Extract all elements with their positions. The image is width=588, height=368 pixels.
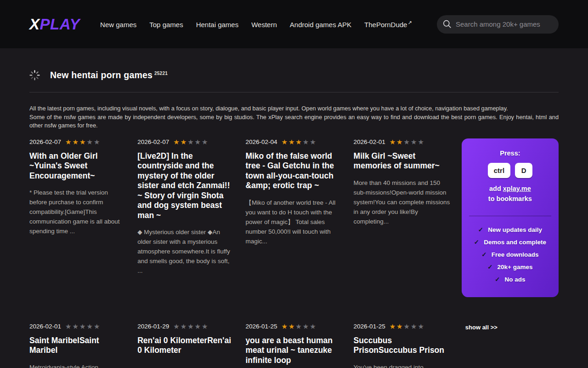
checkmark-icon: ✓ — [478, 226, 483, 233]
top-bar: XPLAY New games Top games Hentai games W… — [0, 0, 588, 48]
nav-item[interactable]: Top games — [149, 20, 183, 29]
nav-item-label: Hentai games — [196, 21, 239, 29]
game-card: 2026-01-25 ★★★★★ Succubus PrisonSuccubus… — [354, 323, 451, 368]
game-title-link[interactable]: Saint MaribelSaint Maribel — [29, 336, 126, 356]
star-icon: ★ — [418, 322, 424, 330]
promo-feature-item: ✓ 20k+ games — [487, 263, 532, 270]
promo-feature-label: Demos and complete — [484, 239, 546, 246]
star-rating: ★★★★★ — [390, 323, 425, 330]
game-card-meta: 2026-02-01 ★★★★★ — [29, 323, 126, 330]
star-icon: ★ — [65, 322, 72, 330]
intro-line-2: Some of the nsfw games are made by indep… — [29, 114, 559, 129]
checkmark-icon: ✓ — [474, 238, 479, 246]
checkmark-icon: ✓ — [487, 263, 492, 270]
search-bar[interactable] — [437, 15, 559, 34]
game-date: 2026-01-25 — [245, 323, 277, 330]
main-nav: New games Top games Hentai games Western… — [100, 20, 412, 29]
star-icon: ★ — [396, 322, 403, 330]
game-title-link[interactable]: [Live2D] In the countryside and the myst… — [137, 151, 234, 221]
search-input[interactable] — [456, 20, 553, 28]
game-title-link[interactable]: Miko of the false world tree - Gal Getch… — [245, 151, 342, 191]
star-icon: ★ — [173, 322, 180, 330]
logo-part-x: X — [29, 16, 40, 33]
star-icon: ★ — [173, 138, 180, 146]
game-card-meta: 2026-01-25 ★★★★★ — [354, 323, 451, 330]
logo-part-play: PLAY — [40, 16, 80, 33]
game-title-link[interactable]: you are a beast human meat urinal ~ tane… — [245, 336, 342, 366]
promo-feature-label: Free downloads — [492, 251, 539, 258]
game-date: 2026-02-07 — [137, 138, 169, 145]
star-icon: ★ — [411, 138, 418, 146]
star-icon: ★ — [303, 138, 310, 146]
promo-feature-list: ✓ New updates daily ✓ Demos and complete… — [469, 226, 551, 283]
game-date: 2026-01-25 — [354, 323, 385, 330]
game-card: 2026-02-01 ★★★★★ Milk Girl ~Sweet memori… — [354, 138, 451, 226]
game-title-link[interactable]: Milk Girl ~Sweet memories of summer~ — [354, 151, 451, 171]
promo-feature-item: ✓ Free downloads — [481, 251, 538, 258]
game-title-link[interactable]: Ren'ai 0 KilometerRen'ai 0 Kilometer — [137, 336, 234, 356]
star-icon: ★ — [86, 322, 93, 330]
game-date: 2026-02-07 — [29, 138, 61, 145]
game-card: 2026-01-29 ★★★★★ Ren'ai 0 KilometerRen'a… — [137, 323, 234, 362]
star-icon: ★ — [94, 138, 101, 146]
star-icon: ★ — [187, 138, 194, 146]
nav-item[interactable]: ThePornDude↗ — [364, 20, 412, 29]
nav-item[interactable]: Western — [251, 20, 277, 29]
xplay-me-link[interactable]: xplay.me — [503, 185, 531, 192]
star-icon: ★ — [181, 138, 187, 146]
star-icon: ★ — [390, 138, 396, 146]
star-icon: ★ — [79, 138, 86, 146]
game-description: Metroidvania-style Action... — [29, 362, 126, 368]
star-rating: ★★★★★ — [173, 138, 209, 145]
star-rating: ★★★★★ — [65, 138, 101, 145]
game-card: 2026-02-07 ★★★★★ [Live2D] In the country… — [137, 138, 234, 276]
star-icon: ★ — [295, 322, 302, 330]
star-rating: ★★★★★ — [65, 323, 101, 330]
promo-feature-label: New updates daily — [488, 226, 542, 233]
promo-feature-item: ✓ Demos and complete — [474, 238, 546, 246]
star-rating: ★★★★★ — [281, 323, 317, 330]
game-title-link[interactable]: Succubus PrisonSuccubus Prison — [354, 336, 451, 356]
intro-line-1: All the latest porn games, including vis… — [29, 105, 508, 112]
star-icon: ★ — [187, 322, 194, 330]
page-heading-row: New hentai porn games25221 — [29, 70, 559, 80]
promo-feature-label: 20k+ games — [498, 264, 533, 270]
game-card-meta: 2026-02-07 ★★★★★ — [29, 138, 126, 145]
nav-item[interactable]: Android games APK — [290, 20, 352, 29]
game-card-meta: 2026-02-01 ★★★★★ — [354, 138, 451, 145]
keyboard-key: D — [515, 163, 532, 178]
add-bookmark-line: add xplay.me — [469, 185, 551, 192]
intro-text: All the latest porn games, including vis… — [29, 104, 559, 130]
star-icon: ★ — [181, 322, 187, 330]
star-rating: ★★★★★ — [281, 138, 317, 145]
game-description: * Please test the trial version before p… — [29, 188, 126, 236]
games-row-1: 2026-02-07 ★★★★★ With an Older Girl ~Yui… — [29, 138, 559, 297]
star-icon: ★ — [396, 138, 403, 146]
game-card: 2026-02-07 ★★★★★ With an Older Girl ~Yui… — [29, 138, 126, 236]
star-icon: ★ — [295, 138, 302, 146]
star-icon: ★ — [281, 138, 288, 146]
keyboard-key: ctrl — [488, 163, 510, 178]
nav-item[interactable]: Hentai games — [196, 20, 239, 29]
to-bookmarks-label: to bookmarks — [469, 195, 551, 202]
promo-feature-item: ✓ New updates daily — [478, 226, 542, 233]
game-description: More than 40 missions and 150 sub-missio… — [354, 178, 451, 226]
games-row-2: 2026-02-01 ★★★★★ Saint MaribelSaint Mari… — [29, 323, 559, 368]
site-logo[interactable]: XPLAY — [29, 16, 80, 33]
nav-item-label: Western — [251, 21, 277, 29]
checkmark-icon: ✓ — [495, 276, 500, 283]
checkmark-icon: ✓ — [481, 251, 486, 258]
game-date: 2026-02-04 — [245, 138, 277, 145]
star-icon: ★ — [303, 322, 310, 330]
show-all-link[interactable]: show all >> — [465, 324, 498, 331]
star-icon: ★ — [390, 322, 396, 330]
game-title-link[interactable]: With an Older Girl ~Yuina's Sweet Encour… — [29, 151, 126, 181]
nav-item-label: Android games APK — [290, 21, 351, 29]
star-icon: ★ — [94, 322, 101, 330]
page-title: New hentai porn games25221 — [50, 70, 168, 80]
star-icon: ★ — [310, 138, 317, 146]
game-card: 2026-01-25 ★★★★★ you are a beast human m… — [245, 323, 342, 368]
nav-item-label: Top games — [149, 21, 183, 29]
star-icon: ★ — [310, 322, 317, 330]
nav-item[interactable]: New games — [100, 20, 137, 29]
